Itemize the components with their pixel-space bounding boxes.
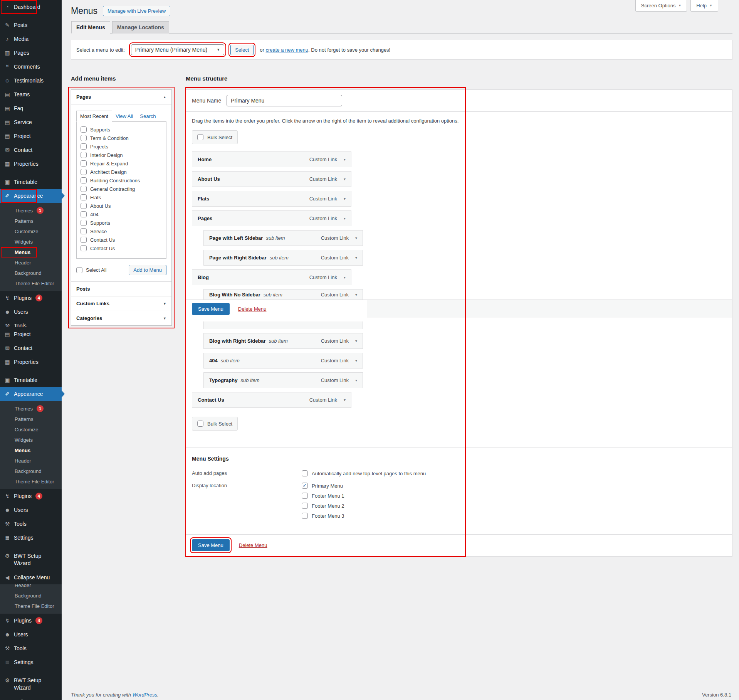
checkbox[interactable] [302, 503, 308, 509]
checkbox[interactable] [81, 169, 87, 175]
sidebar-item[interactable]: ☻ Users [0, 628, 62, 641]
menu-structure-item[interactable]: About Us sub item Custom Link ▾ [192, 171, 351, 187]
checkbox[interactable] [81, 135, 87, 141]
menu-structure-item[interactable]: Blog sub item Custom Link ▾ [192, 269, 351, 285]
checkbox[interactable] [81, 237, 87, 243]
sidebar-item[interactable]: ▥ Pages [0, 46, 62, 60]
chevron-down-icon[interactable]: ▾ [344, 177, 346, 181]
chevron-down-icon[interactable]: ▾ [344, 216, 346, 220]
accordion-section-header[interactable]: Custom Links ▼ [71, 296, 171, 311]
sidebar-item[interactable]: ≣ Settings [0, 655, 62, 669]
sidebar-item[interactable]: ⚒ Tools [0, 517, 62, 531]
checkbox[interactable] [81, 220, 87, 226]
pages-filter-tab[interactable]: View All [112, 111, 136, 121]
sidebar-item[interactable]: ⚒ Tools [0, 319, 62, 327]
sidebar-item[interactable]: ↯ Plugins 4 [0, 489, 62, 503]
live-preview-button[interactable]: Manage with Live Preview [103, 6, 170, 16]
menu-structure-item[interactable]: Blog with Right Sidebar sub item Custom … [203, 333, 363, 349]
sidebar-item[interactable]: Header [0, 584, 62, 591]
select-all-option[interactable]: Select All [76, 267, 106, 273]
menu-name-input[interactable] [227, 95, 342, 106]
chevron-up-icon[interactable]: ▲ [163, 95, 166, 99]
checkbox[interactable] [81, 177, 87, 183]
sidebar-item[interactable]: ≣ Settings [0, 531, 62, 545]
display-location-option[interactable]: Footer Menu 2 [302, 503, 344, 509]
checkbox[interactable] [81, 228, 87, 234]
sidebar-item[interactable]: Menus [0, 247, 62, 257]
sidebar-item[interactable]: ◔ Dashboard [0, 0, 62, 14]
accordion-pages-header[interactable]: Pages ▲ [71, 90, 171, 104]
sidebar-item[interactable]: ▤ Project [0, 129, 62, 143]
chevron-down-icon[interactable]: ▾ [355, 358, 357, 363]
sidebar-item[interactable]: Theme File Editor [0, 476, 62, 489]
sidebar-item[interactable]: ↯ Plugins 4 [0, 614, 62, 628]
help-button[interactable]: Help ▼ [690, 0, 718, 12]
checkbox[interactable] [302, 483, 308, 489]
chevron-down-icon[interactable]: ▾ [344, 398, 346, 402]
chevron-down-icon[interactable]: ▾ [355, 378, 357, 382]
sidebar-item[interactable]: ▤ Service [0, 115, 62, 129]
sidebar-item[interactable]: ▤ Project [0, 327, 62, 341]
sidebar-item[interactable]: Background [0, 591, 62, 601]
sidebar-item[interactable]: ✐ Appearance [0, 387, 62, 401]
chevron-down-icon[interactable]: ▾ [355, 236, 357, 240]
sidebar-item[interactable]: ▣ Timetable [0, 175, 62, 189]
sidebar-item[interactable]: Header [0, 257, 62, 268]
chevron-down-icon[interactable]: ▾ [355, 293, 357, 297]
checkbox[interactable] [81, 152, 87, 158]
delete-menu-link[interactable]: Delete Menu [239, 542, 267, 548]
display-location-option[interactable]: Footer Menu 1 [302, 493, 344, 499]
sidebar-item[interactable]: ☻ Users [0, 305, 62, 319]
wordpress-link[interactable]: WordPress [133, 692, 157, 698]
nav-tab[interactable]: Manage Locations [112, 21, 169, 34]
sidebar-item[interactable]: Customize [0, 424, 62, 435]
checkbox[interactable] [81, 143, 87, 150]
auto-add-option[interactable]: Automatically add new top-level pages to… [302, 470, 426, 476]
display-location-option[interactable]: Primary Menu [302, 483, 344, 489]
chevron-down-icon[interactable]: ▼ [163, 302, 166, 306]
sidebar-item[interactable]: Patterns [0, 414, 62, 424]
nav-tab[interactable]: Edit Menus [71, 21, 110, 34]
sidebar-item[interactable]: ▣ Timetable [0, 373, 62, 387]
menu-structure-item[interactable]: 404 sub item Custom Link ▾ [203, 353, 363, 369]
add-to-menu-button[interactable]: Add to Menu [129, 265, 166, 275]
sidebar-item[interactable]: ▤ Teams [0, 88, 62, 101]
bulk-select-toggle[interactable]: Bulk Select [192, 417, 238, 431]
pages-filter-tab[interactable]: Search [136, 111, 159, 121]
screen-options-button[interactable]: Screen Options ▼ [635, 0, 687, 12]
sidebar-item[interactable]: ⚒ Tools [0, 641, 62, 655]
sidebar-item[interactable]: Header [0, 456, 62, 466]
save-menu-button[interactable]: Save Menu [192, 539, 230, 551]
chevron-down-icon[interactable]: ▾ [344, 157, 346, 162]
checkbox[interactable] [302, 470, 308, 476]
sidebar-item[interactable]: ✎ Posts [0, 18, 62, 32]
checkbox[interactable] [81, 160, 87, 167]
accordion-section-header[interactable]: Categories ▼ [71, 311, 171, 325]
checkbox[interactable] [302, 513, 308, 519]
sidebar-item[interactable]: ✐ Appearance [0, 189, 62, 203]
sidebar-item[interactable]: Widgets [0, 435, 62, 445]
sidebar-item[interactable]: ◀ Collapse Menu [0, 570, 62, 584]
chevron-down-icon[interactable]: ▾ [344, 275, 346, 279]
menu-structure-item[interactable]: Page with Left Sidebar sub item Custom L… [203, 230, 363, 246]
sidebar-item[interactable]: ◀ Collapse Menu [0, 695, 62, 700]
checkbox[interactable] [81, 126, 87, 133]
sidebar-item[interactable]: Background [0, 268, 62, 278]
delete-menu-link[interactable]: Delete Menu [238, 306, 267, 312]
menu-structure-item[interactable]: Contact Us sub item Custom Link ▾ [192, 392, 351, 408]
checkbox[interactable] [81, 203, 87, 209]
sidebar-item[interactable]: ⚙ BWT Setup Wizard [0, 549, 62, 570]
chevron-down-icon[interactable]: ▾ [344, 197, 346, 201]
checkbox[interactable] [81, 194, 87, 200]
accordion-section-header[interactable]: Posts [71, 281, 171, 296]
sidebar-item[interactable]: ▦ Properties [0, 355, 62, 369]
menu-select-dropdown[interactable]: Primary Menu (Primary Menu) ▼ [131, 44, 224, 55]
select-button[interactable]: Select [230, 45, 254, 55]
sidebar-item[interactable]: Widgets [0, 237, 62, 247]
sidebar-item[interactable]: ✉ Contact [0, 341, 62, 355]
sidebar-item[interactable]: ✉ Contact [0, 143, 62, 157]
bulk-select-toggle[interactable]: Bulk Select [192, 130, 238, 144]
sidebar-item[interactable]: ⚙ BWT Setup Wizard [0, 673, 62, 695]
checkbox[interactable] [81, 186, 87, 192]
menu-structure-item[interactable]: Blog With No Sidebar sub item Custom Lin… [203, 289, 363, 300]
